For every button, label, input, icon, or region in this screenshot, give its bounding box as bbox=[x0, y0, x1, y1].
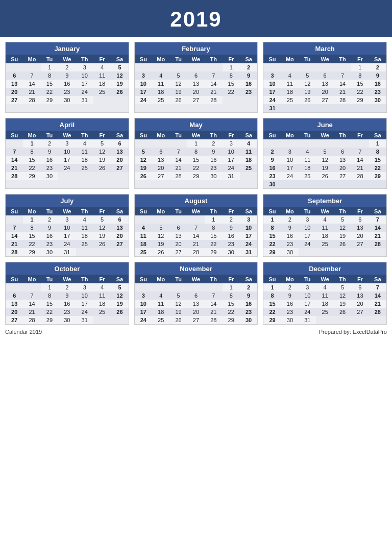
calendar-day: 2 bbox=[58, 283, 76, 291]
calendar-day: 2 bbox=[41, 215, 58, 224]
weekday-header: Tu bbox=[41, 207, 58, 215]
calendar-day: 12 bbox=[334, 291, 351, 300]
calendar-day: 2 bbox=[41, 139, 58, 148]
calendar-day: 7 bbox=[187, 224, 205, 232]
calendar-day: 8 bbox=[41, 71, 58, 80]
calendar-day: 7 bbox=[23, 71, 40, 80]
calendar-day: 24 bbox=[281, 172, 299, 180]
calendar-day bbox=[334, 139, 351, 148]
calendar-day: 23 bbox=[58, 308, 76, 316]
weekday-header: Th bbox=[205, 207, 222, 215]
calendar-day: 9 bbox=[240, 71, 257, 80]
calendar-day bbox=[152, 139, 169, 148]
calendar-day: 6 bbox=[351, 283, 369, 291]
month-block-may: MaySuMoTuWeThFrSa12345678910111213141516… bbox=[134, 118, 258, 189]
calendar-day: 9 bbox=[281, 224, 299, 232]
calendar-day: 8 bbox=[205, 224, 222, 232]
calendar-day: 28 bbox=[351, 172, 369, 180]
calendar-day: 17 bbox=[223, 156, 240, 164]
calendar-day bbox=[351, 248, 369, 256]
calendar-day: 1 bbox=[263, 215, 281, 224]
month-title: May bbox=[135, 118, 258, 131]
calendar-day: 1 bbox=[187, 139, 205, 148]
weekday-header: We bbox=[187, 131, 205, 139]
weekday-header: Mo bbox=[23, 131, 40, 139]
calendar-day: 5 bbox=[299, 71, 316, 80]
calendar-day: 22 bbox=[223, 88, 240, 96]
calendar-day: 18 bbox=[240, 156, 257, 164]
calendar-day bbox=[351, 139, 369, 148]
month-block-november: NovemberSuMoTuWeThFrSa123456789101112131… bbox=[134, 262, 258, 325]
month-table: SuMoTuWeThFrSa12345678910111213141516171… bbox=[135, 131, 258, 180]
calendar-day: 26 bbox=[334, 240, 351, 248]
calendar-day: 20 bbox=[111, 232, 128, 240]
weekday-header: Th bbox=[205, 275, 222, 283]
calendar-day: 15 bbox=[223, 300, 240, 308]
calendar-day: 23 bbox=[58, 88, 76, 96]
calendar-day: 19 bbox=[111, 80, 128, 88]
weekday-header: Mo bbox=[281, 55, 299, 63]
calendar-day: 2 bbox=[281, 215, 299, 224]
weekday-header: Th bbox=[205, 131, 222, 139]
calendar-day bbox=[334, 316, 351, 324]
calendar-day bbox=[281, 139, 299, 148]
calendar-day: 2 bbox=[369, 63, 386, 71]
month-table: SuMoTuWeThFrSa12345678910111213141516171… bbox=[135, 207, 258, 256]
calendar-day: 15 bbox=[351, 80, 369, 88]
calendar-day: 9 bbox=[41, 224, 58, 232]
calendar-day: 8 bbox=[187, 148, 205, 156]
calendar-day: 3 bbox=[281, 148, 299, 156]
calendar-day: 9 bbox=[58, 291, 76, 300]
weekday-header: We bbox=[187, 55, 205, 63]
calendar-day: 6 bbox=[187, 291, 205, 300]
calendar-day: 3 bbox=[58, 139, 76, 148]
calendar-day bbox=[169, 139, 187, 148]
month-block-march: MarchSuMoTuWeThFrSa123456789101112131415… bbox=[263, 42, 387, 113]
calendar-day: 13 bbox=[169, 232, 187, 240]
calendar-day bbox=[281, 180, 299, 188]
calendar-day: 20 bbox=[169, 240, 187, 248]
calendar-day: 15 bbox=[263, 300, 281, 308]
calendar-day: 14 bbox=[205, 80, 222, 88]
weekday-header: We bbox=[187, 275, 205, 283]
weekday-header: Su bbox=[135, 275, 152, 283]
calendar-day: 16 bbox=[58, 80, 76, 88]
calendar-day: 16 bbox=[240, 300, 257, 308]
calendar-day bbox=[316, 104, 333, 112]
calendar-day: 13 bbox=[334, 156, 351, 164]
calendar-day: 29 bbox=[41, 96, 58, 104]
calendar-day: 16 bbox=[41, 156, 58, 164]
calendar-day: 5 bbox=[169, 291, 187, 300]
month-table: SuMoTuWeThFrSa12345678910111213141516171… bbox=[263, 55, 386, 112]
calendar-day: 9 bbox=[41, 148, 58, 156]
calendar-day: 20 bbox=[152, 164, 169, 172]
calendar-day: 4 bbox=[76, 139, 93, 148]
calendar-day: 20 bbox=[6, 88, 23, 96]
calendar-day: 14 bbox=[6, 156, 23, 164]
weekday-header: Tu bbox=[41, 131, 58, 139]
calendar-day: 19 bbox=[152, 240, 169, 248]
weekday-header: Su bbox=[263, 55, 281, 63]
calendar-day: 9 bbox=[205, 148, 222, 156]
calendar-day bbox=[6, 139, 23, 148]
calendar-day: 21 bbox=[6, 240, 23, 248]
calendar-day: 14 bbox=[369, 291, 386, 300]
weekday-header: Mo bbox=[281, 131, 299, 139]
calendar-day bbox=[281, 104, 299, 112]
calendar-day: 4 bbox=[316, 215, 333, 224]
calendar-day: 10 bbox=[76, 291, 93, 300]
calendar-day: 21 bbox=[334, 88, 351, 96]
calendar-day bbox=[351, 316, 369, 324]
calendar-day: 11 bbox=[281, 80, 299, 88]
calendar-day: 3 bbox=[299, 215, 316, 224]
weekday-header: Tu bbox=[169, 55, 187, 63]
calendar-day bbox=[316, 180, 333, 188]
calendar-day: 7 bbox=[205, 71, 222, 80]
calendar-day: 24 bbox=[223, 164, 240, 172]
calendar-day: 1 bbox=[23, 215, 40, 224]
calendar-day: 27 bbox=[334, 172, 351, 180]
calendar-day: 30 bbox=[58, 96, 76, 104]
weekday-header: We bbox=[316, 207, 333, 215]
calendar-day: 13 bbox=[316, 80, 333, 88]
calendar-day: 22 bbox=[369, 164, 386, 172]
